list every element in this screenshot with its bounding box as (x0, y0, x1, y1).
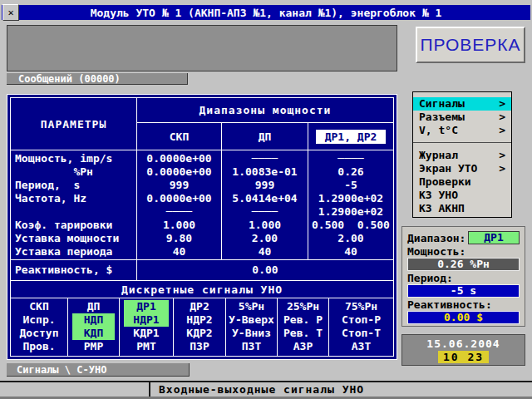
value-dp: 5.0414e+04 (222, 192, 308, 205)
title-bar: ✕ Модуль УТО № 1 (АКНП-АПЗ №1, канал №1)… (2, 5, 530, 20)
discrete-cell: ПЗР (174, 340, 225, 353)
values-column-skp: 0.0000e+00 0.0000e+00 999 0.0000e+00 ───… (137, 150, 222, 259)
date-value: 15.06.2004 (402, 337, 525, 351)
range-row: Диапазон: ДР1 (407, 230, 520, 245)
period-value: -5 s (407, 284, 520, 298)
menu-item-journal[interactable]: Журнал > (413, 149, 511, 162)
power-parameters-panel: ПАРАМЕТРЫ Диапазоны мощности СКП ДП ДР1,… (7, 94, 397, 360)
discrete-cell: Доступ (11, 327, 67, 340)
param-label: Коэф. тарировки (11, 219, 136, 232)
discrete-cell-active: НДР1 (124, 313, 169, 327)
value-dr: ──── (308, 152, 393, 165)
close-button[interactable]: ✕ (2, 4, 19, 21)
menu-item-checks[interactable]: Проверки (413, 175, 511, 189)
discrete-cell-active: КДП (72, 327, 115, 340)
main-menu: Сигналы > Разъемы > V, t°C > Журнал > Эк… (412, 91, 512, 218)
parameter-labels-column: Мощность, imp/s %Рн Период, s Частота, H… (11, 150, 137, 259)
discrete-cell: КДР1 (120, 327, 173, 340)
menu-item-kz-uno[interactable]: КЗ УНО (413, 189, 511, 202)
menu-item-connectors[interactable]: Разъемы > (413, 111, 511, 124)
column-header-dr1-dr2[interactable]: ДР1, ДР2 (308, 123, 393, 150)
discrete-cell: ДП (68, 300, 119, 313)
value-skp: 1.000 (137, 219, 221, 232)
value-dp: 40 (222, 245, 308, 259)
menu-item-label: Экран УТО (419, 162, 477, 175)
range-label: Диапазон: (407, 232, 466, 244)
value-dp: ──── (222, 205, 308, 219)
window-title: Модуль УТО № 1 (АКНП-АПЗ №1, канал №1), … (91, 7, 442, 19)
menu-item-label: V, t°C (419, 124, 458, 137)
discrete-cell: АЗР (278, 340, 328, 353)
value-dr: 0.500 0.500 (308, 219, 393, 232)
value-skp: 0.0000e+00 (137, 192, 221, 205)
param-label (11, 205, 136, 219)
discrete-cell: Пров. (11, 340, 67, 353)
status-bar: =▶|- Просмотр Входные-выходные сигналы У… (0, 381, 532, 399)
value-dr: 40 (308, 245, 393, 259)
parameters-header: ПАРАМЕТРЫ (11, 98, 137, 150)
discrete-cell: ДР2 (174, 300, 225, 313)
breadcrumb: Сигналы \ С-УНО (7, 363, 190, 377)
selected-range-highlight: ДР1, ДР2 (316, 130, 387, 144)
range-column-headers: СКП ДП ДР1, ДР2 (137, 123, 393, 150)
param-label: Уставка мощности (11, 232, 136, 245)
param-label: Период, s (11, 179, 136, 192)
discrete-column-dr2: ДР2 НДР2 КДР2 ПЗР (174, 298, 226, 356)
column-header-skp[interactable]: СКП (137, 123, 222, 150)
time-value: 10 23 (438, 351, 489, 363)
menu-item-label: Проверки (419, 175, 471, 189)
value-skp: 999 (137, 179, 221, 192)
period-label: Период: (407, 272, 520, 284)
value-skp: ──── (137, 205, 221, 219)
column-header-dp[interactable]: ДП (222, 123, 308, 150)
values-column-dr: ──── 0.26 -5 1.2900e+02 1.2900e+02 0.500… (308, 150, 393, 259)
discrete-cell: Испр. (11, 313, 67, 327)
submenu-arrow-icon: > (499, 124, 505, 137)
discrete-cell: АЗТ (329, 340, 393, 353)
discrete-cell: КДР2 (174, 327, 225, 340)
datetime-panel: 15.06.2004 10 23 (401, 334, 525, 366)
menu-item-label: КЗ АКНП (419, 202, 465, 215)
ranges-header-group: Диапазоны мощности СКП ДП ДР1, ДР2 (137, 98, 393, 150)
discrete-cell: 5%Рн (226, 300, 277, 313)
discrete-cell: НДР2 (174, 313, 225, 327)
power-table: ПАРАМЕТРЫ Диапазоны мощности СКП ДП ДР1,… (10, 97, 394, 357)
discrete-column-dr1: ДР1 НДР1 КДР1 РМТ (120, 298, 174, 356)
value-dp: 999 (222, 179, 308, 192)
menu-item-kz-aknp[interactable]: КЗ АКНП (413, 202, 511, 215)
value-dr: 0.26 (308, 165, 393, 179)
current-values-panel: Диапазон: ДР1 Мощность: 0.26 %Рн Период:… (401, 226, 525, 327)
reactivity-label: Реактивность: (407, 298, 520, 311)
menu-item-label: КЗ УНО (419, 189, 458, 202)
menu-separator (413, 142, 511, 143)
status-text: Входные-выходные сигналы УНО (150, 382, 364, 397)
submenu-arrow-icon: > (499, 149, 505, 162)
discrete-column-5pct: 5%Рн У-Вверх У-Вниз ПЗТ (226, 298, 278, 356)
ranges-header: Диапазоны мощности (137, 98, 393, 123)
discrete-cell: Рев. Р (278, 313, 328, 327)
check-button[interactable]: ПРОВЕРКА (416, 27, 525, 63)
discrete-cell: 75%Рн (329, 300, 393, 313)
discrete-cell: СКП (11, 300, 67, 313)
menu-item-signals[interactable]: Сигналы > (413, 97, 511, 111)
value-skp: 40 (137, 245, 221, 259)
discrete-cell: У-Вниз (226, 327, 277, 340)
reactivity-value: 0.00 (137, 260, 393, 280)
parameter-values-grid: Мощность, imp/s %Рн Период, s Частота, H… (11, 150, 393, 259)
menu-item-uto-screen[interactable]: Экран УТО > (413, 162, 511, 175)
value-skp: 9.80 (137, 232, 221, 245)
menu-item-voltage-temp[interactable]: V, t°C > (413, 124, 511, 137)
param-label: Уставка периода (11, 245, 136, 259)
value-skp: 0.0000e+00 (137, 152, 221, 165)
discrete-column-75pct: 75%Рн Стоп-Р Стоп-Т АЗТ (329, 298, 393, 356)
messages-count-label: Сообщений (00000) (7, 73, 188, 85)
param-label: Частота, Hz (11, 192, 136, 205)
discrete-column-labels: СКП Испр. Доступ Пров. (11, 298, 68, 356)
discrete-cell: РМР (68, 340, 119, 353)
power-value: 0.26 %Рн (407, 258, 520, 271)
menu-item-label: Сигналы (419, 97, 465, 111)
discrete-signals-header: Дискретные сигналы УНО (11, 280, 393, 298)
key-hint: =▶|- Просмотр (0, 382, 150, 397)
param-label: Мощность, imp/s (11, 152, 136, 165)
reactivity-row: Реактивность, $ 0.00 (11, 259, 393, 280)
